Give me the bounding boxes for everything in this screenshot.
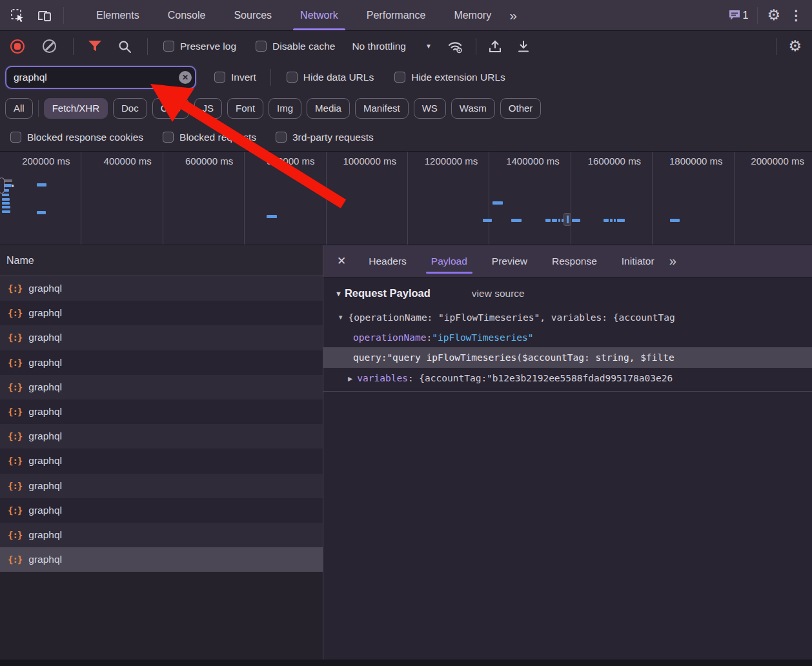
table-row[interactable]: {:}graphql bbox=[0, 301, 323, 325]
detail-tab-headers[interactable]: Headers bbox=[361, 245, 414, 277]
table-row[interactable]: {:}graphql bbox=[0, 449, 323, 473]
request-name: graphql bbox=[28, 357, 62, 368]
chevron-down-icon: ▼ bbox=[425, 43, 432, 50]
filter-input[interactable] bbox=[5, 66, 196, 89]
chip-manifest[interactable]: Manifest bbox=[355, 98, 409, 119]
timeline-request-bar bbox=[558, 219, 560, 222]
timeline-request-bar bbox=[511, 219, 522, 222]
invert-checkbox[interactable] bbox=[214, 72, 225, 83]
search-icon[interactable] bbox=[117, 39, 132, 54]
chip-all[interactable]: All bbox=[5, 98, 33, 119]
table-row[interactable]: {:}graphql bbox=[0, 350, 323, 375]
import-har-icon[interactable] bbox=[488, 39, 502, 54]
collapse-triangle-icon: ▼ bbox=[335, 290, 342, 298]
request-name: graphql bbox=[28, 307, 62, 319]
close-detail-icon[interactable]: ✕ bbox=[337, 254, 346, 268]
tab-performance[interactable]: Performance bbox=[358, 0, 434, 30]
chip-img[interactable]: Img bbox=[269, 98, 301, 119]
request-name: graphql bbox=[28, 430, 62, 442]
table-row[interactable]: {:}graphql bbox=[0, 399, 323, 424]
kebab-menu-icon[interactable]: ⋮ bbox=[789, 8, 803, 22]
timeline-request-bar bbox=[572, 219, 580, 222]
request-payload-title: Request Payload bbox=[345, 287, 431, 299]
table-row[interactable]: {:}graphql bbox=[0, 547, 323, 572]
hide-extension-urls-checkbox[interactable] bbox=[394, 72, 405, 83]
table-row[interactable]: {:}graphql bbox=[0, 375, 323, 399]
network-overview-timeline[interactable]: 200000 ms400000 ms600000 ms800000 ms1000… bbox=[0, 152, 812, 245]
chip-fetch-xhr[interactable]: Fetch/XHR bbox=[44, 98, 108, 119]
detail-more-tabs-icon[interactable]: » bbox=[669, 254, 675, 268]
chip-doc[interactable]: Doc bbox=[113, 98, 147, 119]
request-name: graphql bbox=[28, 505, 62, 516]
settings-gear-icon[interactable]: ⚙ bbox=[767, 8, 780, 23]
detail-tab-initiator[interactable]: Initiator bbox=[614, 245, 662, 277]
table-row[interactable]: {:}graphql bbox=[0, 325, 323, 350]
chip-other[interactable]: Other bbox=[500, 98, 542, 119]
hide-data-urls-label: Hide data URLs bbox=[303, 72, 374, 83]
fetch-braces-icon: {:} bbox=[8, 481, 22, 491]
blocked-requests-checkbox[interactable] bbox=[163, 132, 174, 143]
network-conditions-icon[interactable] bbox=[447, 39, 464, 54]
chip-js[interactable]: JS bbox=[194, 98, 223, 119]
disable-cache-checkbox[interactable] bbox=[256, 41, 267, 52]
filter-funnel-icon[interactable] bbox=[88, 40, 102, 52]
record-network-log-button[interactable] bbox=[10, 39, 25, 54]
table-row[interactable]: {:}graphql bbox=[0, 424, 323, 449]
tab-memory[interactable]: Memory bbox=[445, 0, 500, 30]
chip-media[interactable]: Media bbox=[307, 98, 350, 119]
chip-css[interactable]: CSS bbox=[152, 98, 189, 119]
payload-root-row[interactable]: ▼ {operationName: "ipFlowTimeseries", va… bbox=[323, 307, 812, 327]
fetch-braces-icon: {:} bbox=[8, 554, 22, 565]
clear-filter-icon[interactable]: ✕ bbox=[179, 71, 192, 84]
network-toolbar: Preserve log Disable cache No throttling… bbox=[0, 31, 812, 61]
throttling-select[interactable]: No throttling ▼ bbox=[352, 41, 431, 52]
chip-ws[interactable]: WS bbox=[414, 98, 446, 119]
chip-font[interactable]: Font bbox=[227, 98, 263, 119]
timeline-left-handle[interactable] bbox=[0, 177, 5, 194]
clear-network-log-icon[interactable] bbox=[43, 39, 56, 53]
network-settings-gear-icon[interactable]: ⚙ bbox=[788, 39, 802, 54]
timeline-request-bar bbox=[617, 219, 625, 222]
table-row[interactable]: {:}graphql bbox=[0, 523, 323, 547]
name-column-header[interactable]: Name bbox=[0, 245, 323, 276]
3rd-party-requests-checkbox[interactable] bbox=[276, 132, 287, 143]
property-separator: : bbox=[381, 352, 387, 363]
payload-variables-row[interactable]: ▶ variables: {accountTag: "b12e3b2192ee5… bbox=[323, 368, 812, 388]
detail-tab-payload[interactable]: Payload bbox=[423, 245, 475, 277]
fetch-braces-icon: {:} bbox=[8, 505, 22, 516]
timeline-request-bar bbox=[2, 202, 10, 205]
payload-query-row-selected[interactable]: query: "query ipFlowTimeseries($accountT… bbox=[323, 347, 812, 368]
table-row[interactable]: {:}graphql bbox=[0, 498, 323, 523]
export-har-icon[interactable] bbox=[516, 39, 531, 54]
preserve-log-checkbox[interactable] bbox=[163, 41, 174, 52]
timeline-tick-label: 600000 ms bbox=[163, 152, 245, 245]
table-row[interactable]: {:}graphql bbox=[0, 474, 323, 498]
detail-tab-preview[interactable]: Preview bbox=[484, 245, 535, 277]
disable-cache-label: Disable cache bbox=[272, 41, 335, 52]
fetch-braces-icon: {:} bbox=[8, 308, 22, 318]
chip-wasm[interactable]: Wasm bbox=[451, 98, 495, 119]
table-row[interactable]: {:}graphql bbox=[0, 276, 323, 301]
blocked-response-cookies-checkbox[interactable] bbox=[10, 132, 21, 143]
view-source-link[interactable]: view source bbox=[472, 288, 525, 299]
timeline-request-bar bbox=[552, 219, 557, 222]
tab-network[interactable]: Network bbox=[292, 0, 347, 30]
timeline-request-bar bbox=[2, 210, 10, 213]
fetch-braces-icon: {:} bbox=[8, 431, 22, 441]
request-payload-section-header[interactable]: ▼ Request Payload view source bbox=[323, 287, 812, 299]
property-key: operationName bbox=[353, 332, 427, 343]
tab-elements[interactable]: Elements bbox=[88, 0, 148, 30]
payload-section-divider bbox=[323, 391, 812, 392]
issues-icon[interactable]: 1 bbox=[728, 9, 748, 22]
detail-tab-response[interactable]: Response bbox=[544, 245, 605, 277]
timeline-tick-label: 800000 ms bbox=[245, 152, 326, 245]
tab-console[interactable]: Console bbox=[159, 0, 214, 30]
payload-operationname-row[interactable]: operationName: "ipFlowTimeseries" bbox=[323, 327, 812, 347]
property-value: "ipFlowTimeseries" bbox=[432, 332, 533, 343]
more-tabs-icon[interactable]: » bbox=[509, 8, 516, 23]
timeline-request-bar bbox=[492, 201, 503, 205]
inspect-element-icon[interactable] bbox=[8, 6, 27, 25]
device-toolbar-icon[interactable] bbox=[35, 6, 54, 25]
tab-sources[interactable]: Sources bbox=[225, 0, 280, 30]
hide-data-urls-checkbox[interactable] bbox=[287, 72, 298, 83]
